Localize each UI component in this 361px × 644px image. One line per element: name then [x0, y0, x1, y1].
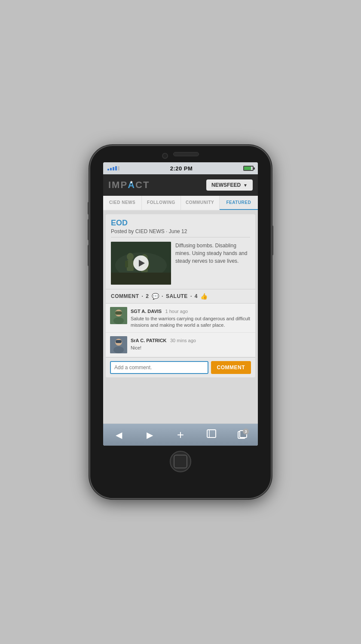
avatar-sgt-davis: [110, 307, 127, 324]
camera-icon: [162, 153, 168, 159]
comment-input[interactable]: [110, 361, 208, 374]
comment-item: SGT A. DAVIS 1 hour ago Salute to the wa…: [106, 304, 255, 333]
svg-rect-19: [207, 430, 216, 437]
forward-button[interactable]: ▶: [140, 425, 159, 444]
dot-separator: ·: [162, 293, 163, 299]
power-button[interactable]: [271, 225, 273, 255]
comment-content-2: SrA C. PATRICK 30 mins ago Nice!: [131, 336, 251, 353]
tab-community[interactable]: COMMUNITY: [181, 196, 220, 210]
svg-point-17: [113, 346, 124, 353]
svg-point-2: [127, 253, 134, 261]
app-header: IMP A ★ CT NEWSFEED ▼: [103, 174, 258, 196]
add-button[interactable]: +: [171, 425, 190, 444]
bookmarks-button[interactable]: [202, 425, 221, 444]
post-body: Diffusing bombs. Disabling mines. Using …: [106, 237, 255, 289]
svg-point-13: [113, 317, 124, 324]
post-header: EOD Posted by CIED NEWS · June 12: [106, 214, 255, 237]
status-bar: 2:20 PM: [103, 162, 258, 174]
battery-fill: [244, 167, 251, 170]
comment-separator: ·: [142, 293, 144, 299]
comment-count: 2: [146, 293, 149, 299]
forward-icon: ▶: [147, 430, 153, 440]
home-button-inner: [174, 455, 187, 468]
post-description: Diffusing bombs. Disabling mines. Using …: [175, 242, 250, 285]
comment-item: SrA C. PATRICK 30 mins ago Nice!: [106, 333, 255, 357]
avatar-sra-patrick: [110, 336, 127, 353]
tabs-button[interactable]: 3: [233, 425, 252, 444]
signal-icon: [107, 166, 119, 170]
comment-author-2: SrA C. PATRICK 30 mins ago: [131, 336, 251, 344]
post-meta: Posted by CIED NEWS · June 12: [111, 228, 250, 234]
play-icon: [139, 260, 145, 267]
comment-label[interactable]: COMMENT: [111, 293, 139, 299]
svg-rect-4: [125, 261, 128, 267]
svg-rect-18: [116, 340, 122, 343]
tab-featured[interactable]: FEATURED: [220, 196, 258, 210]
comment-submit-button[interactable]: COMMENT: [211, 361, 251, 374]
volume-up-button[interactable]: [88, 219, 90, 240]
comment-text-1: Salute to the warriors carrying out dang…: [131, 316, 251, 329]
book-icon: [206, 429, 217, 440]
tab-count: 3: [243, 428, 249, 434]
screen: 2:20 PM IMP A ★ CT NEWSFEED ▼ CIED NEWS: [103, 162, 258, 446]
svg-rect-14: [115, 311, 122, 315]
salute-count: 4: [195, 293, 198, 299]
tabs-badge: 3: [238, 430, 247, 440]
engagement-bar: COMMENT · 2 💬 · SALUTE · 4 👍: [106, 289, 255, 303]
status-time: 2:20 PM: [121, 165, 242, 172]
newsfeed-button[interactable]: NEWSFEED ▼: [206, 179, 253, 191]
speaker: [173, 152, 199, 156]
content-area: EOD Posted by CIED NEWS · June 12: [103, 211, 258, 423]
comment-input-row: COMMENT: [106, 357, 255, 377]
comment-text-2: Nice!: [131, 345, 251, 351]
tab-bar: CIED NEWS FOLLOWING COMMUNITY FEATURED: [103, 196, 258, 211]
dropdown-arrow-icon: ▼: [243, 183, 248, 188]
plus-icon: +: [177, 428, 184, 442]
comment-icon: 💬: [152, 293, 159, 300]
home-button[interactable]: [170, 451, 191, 472]
post-card: EOD Posted by CIED NEWS · June 12: [106, 214, 255, 377]
back-icon: ◀: [116, 430, 122, 440]
battery-icon: [243, 166, 254, 171]
play-button[interactable]: [133, 255, 149, 271]
comment-content-1: SGT A. DAVIS 1 hour ago Salute to the wa…: [131, 307, 251, 329]
phone-top: [90, 146, 271, 162]
bottom-nav: ◀ ▶ +: [103, 423, 258, 446]
svg-rect-10: [111, 273, 171, 285]
comment-author-1: SGT A. DAVIS 1 hour ago: [131, 307, 251, 315]
phone-device: 2:20 PM IMP A ★ CT NEWSFEED ▼ CIED NEWS: [90, 146, 271, 498]
tab-following[interactable]: FOLLOWING: [142, 196, 180, 210]
back-button[interactable]: ◀: [109, 425, 128, 444]
comments-section: SGT A. DAVIS 1 hour ago Salute to the wa…: [106, 303, 255, 357]
app-logo: IMP A ★ CT: [108, 179, 150, 191]
volume-down-button[interactable]: [88, 245, 90, 266]
tab-cied-news[interactable]: CIED NEWS: [103, 196, 142, 210]
mute-button[interactable]: [88, 202, 90, 215]
post-video-thumbnail[interactable]: [111, 242, 171, 285]
newsfeed-label: NEWSFEED: [211, 182, 241, 188]
salute-separator: ·: [190, 293, 192, 299]
salute-label[interactable]: SALUTE: [166, 293, 188, 299]
salute-icon: 👍: [200, 293, 208, 300]
post-title: EOD: [111, 219, 250, 228]
